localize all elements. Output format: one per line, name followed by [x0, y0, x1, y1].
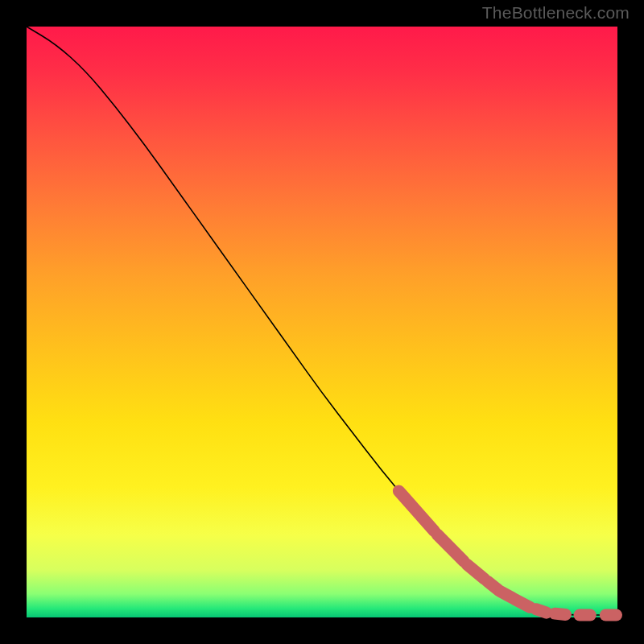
marker-dot-9: [574, 609, 597, 621]
watermark-text: TheBottleneck.com: [482, 3, 630, 23]
marker-group: [390, 482, 622, 621]
curve-overlay: [27, 27, 617, 617]
chart-frame: TheBottleneck.com: [0, 0, 644, 644]
bottleneck-curve: [27, 27, 617, 615]
marker-dot-10: [600, 609, 622, 621]
marker-dot-8: [548, 607, 572, 621]
